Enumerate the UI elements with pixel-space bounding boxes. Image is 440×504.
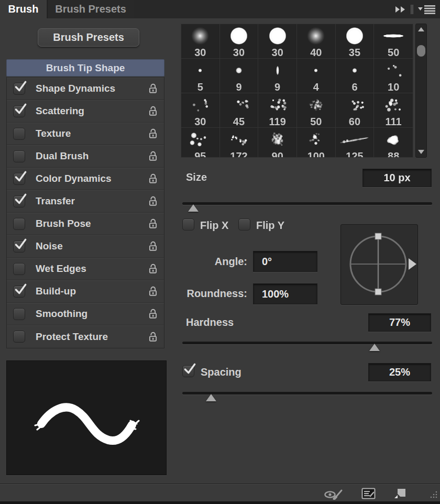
brush-preset-item[interactable]: 125 <box>336 128 375 158</box>
brush-preset-item[interactable]: 95 <box>181 128 220 158</box>
spacing-value-field[interactable]: 25% <box>368 363 431 381</box>
brush-preset-item[interactable]: 35 <box>336 24 375 59</box>
option-checkbox[interactable] <box>13 83 25 95</box>
resize-grip[interactable] <box>430 490 438 499</box>
brush-size-label: 30 <box>272 47 283 58</box>
brush-preset-item[interactable]: 119 <box>258 93 297 128</box>
option-checkbox[interactable] <box>13 173 25 185</box>
angle-label: Angle: <box>163 256 247 268</box>
brush-preset-item[interactable]: 40 <box>297 24 336 59</box>
size-slider[interactable] <box>182 202 432 205</box>
spacing-slider-thumb[interactable] <box>206 394 216 401</box>
option-row-transfer[interactable]: Transfer <box>7 190 164 213</box>
option-row-texture[interactable]: Texture <box>7 123 164 145</box>
unlocked-lock-icon[interactable] <box>148 128 158 139</box>
spacing-checkbox[interactable] <box>182 365 194 377</box>
angle-roundness-widget[interactable] <box>340 224 418 305</box>
unlocked-lock-icon[interactable] <box>148 332 158 342</box>
preset-grid-scrollbar[interactable] <box>415 24 427 158</box>
panel-tab-bar: Brush Brush Presets <box>0 0 440 18</box>
flip-y-label: Flip Y <box>256 220 284 232</box>
brush-size-label: 45 <box>233 116 245 127</box>
option-checkbox[interactable] <box>13 240 25 253</box>
option-checkbox[interactable] <box>13 150 25 162</box>
brush-preset-item[interactable]: 5 <box>181 59 220 93</box>
flip-y-checkbox[interactable] <box>238 218 250 231</box>
hardness-slider[interactable] <box>182 342 432 344</box>
unlocked-lock-icon[interactable] <box>148 286 158 297</box>
brush-preset-item[interactable]: 9 <box>220 59 259 93</box>
brush-thumbnail <box>259 59 296 82</box>
size-value-field[interactable]: 10 px <box>362 169 432 187</box>
panel-menu-icon[interactable] <box>418 5 436 14</box>
option-checkbox[interactable] <box>13 331 25 343</box>
brush-preset-item[interactable]: 30 <box>220 24 259 59</box>
unlocked-lock-icon[interactable] <box>148 264 158 274</box>
brush-preset-item[interactable]: 111 <box>374 93 413 128</box>
brush-preset-item[interactable]: 4 <box>297 59 336 93</box>
brush-tip-shape-header[interactable]: Brush Tip Shape <box>6 59 164 76</box>
hardness-slider-thumb[interactable] <box>369 344 380 351</box>
brush-preset-item[interactable]: 60 <box>336 93 375 128</box>
roundness-value-field[interactable]: 100% <box>253 283 317 304</box>
option-row-smoothing[interactable]: Smoothing <box>7 303 164 325</box>
brush-presets-button[interactable]: Brush Presets <box>38 28 139 47</box>
open-preset-manager-icon[interactable] <box>361 487 376 500</box>
option-row-dual-brush[interactable]: Dual Brush <box>7 145 164 168</box>
option-checkbox[interactable] <box>13 218 25 230</box>
brush-preset-item[interactable]: 45 <box>220 93 259 128</box>
brush-thumbnail <box>220 94 258 116</box>
brush-size-label: 111 <box>386 116 402 127</box>
scroll-down-icon[interactable] <box>416 147 426 157</box>
option-label: Build-up <box>36 286 148 297</box>
option-row-shape-dynamics[interactable]: Shape Dynamics <box>7 78 164 100</box>
option-row-noise[interactable]: Noise <box>7 235 164 258</box>
option-row-color-dynamics[interactable]: Color Dynamics <box>7 168 164 190</box>
scrollbar-thumb[interactable] <box>417 45 425 57</box>
unlocked-lock-icon[interactable] <box>148 218 158 229</box>
collapse-to-icons-icon[interactable] <box>395 6 406 13</box>
unlocked-lock-icon[interactable] <box>148 309 158 319</box>
option-checkbox[interactable] <box>13 286 25 298</box>
unlocked-lock-icon[interactable] <box>148 241 158 251</box>
brush-preset-item[interactable]: 30 <box>181 93 220 128</box>
unlocked-lock-icon[interactable] <box>148 151 158 161</box>
scroll-up-icon[interactable] <box>416 25 426 34</box>
brush-preset-item[interactable]: 172 <box>220 128 259 158</box>
unlocked-lock-icon[interactable] <box>148 196 158 206</box>
option-checkbox[interactable] <box>13 105 25 117</box>
unlocked-lock-icon[interactable] <box>148 173 158 184</box>
brush-preset-item[interactable]: 90 <box>258 128 297 158</box>
option-checkbox[interactable] <box>13 263 25 275</box>
option-checkbox[interactable] <box>13 128 25 140</box>
option-row-build-up[interactable]: Build-up <box>7 280 164 303</box>
option-checkbox[interactable] <box>13 308 25 320</box>
brush-preset-item[interactable]: 9 <box>258 59 297 93</box>
option-row-brush-pose[interactable]: Brush Pose <box>7 213 164 235</box>
brush-preset-item[interactable]: 30 <box>258 24 297 59</box>
unlocked-lock-icon[interactable] <box>148 83 158 94</box>
flip-x-checkbox[interactable] <box>182 218 194 231</box>
option-row-scattering[interactable]: Scattering <box>7 100 164 123</box>
brush-preset-item[interactable]: 50 <box>374 24 413 59</box>
tab-brush[interactable]: Brush <box>0 0 47 18</box>
brush-preset-item[interactable]: 50 <box>297 93 336 128</box>
tab-brush-presets[interactable]: Brush Presets <box>47 0 134 18</box>
angle-value-field[interactable]: 0° <box>253 251 317 272</box>
hardness-value-field[interactable]: 77% <box>368 313 431 332</box>
option-row-protect-texture[interactable]: Protect Texture <box>7 325 164 348</box>
brush-preset-item[interactable]: 88 <box>374 128 413 158</box>
create-new-brush-icon[interactable] <box>393 487 408 500</box>
option-row-wet-edges[interactable]: Wet Edges <box>7 258 164 280</box>
brush-size-label: 40 <box>310 47 322 58</box>
option-checkbox[interactable] <box>13 195 25 207</box>
size-slider-thumb[interactable] <box>188 204 199 212</box>
brush-preset-item[interactable]: 10 <box>374 59 413 93</box>
unlocked-lock-icon[interactable] <box>148 106 158 116</box>
brush-size-label: 30 <box>194 47 206 58</box>
brush-preset-item[interactable]: 30 <box>181 24 220 59</box>
spacing-slider[interactable] <box>182 392 432 395</box>
brush-preset-item[interactable]: 6 <box>336 59 375 93</box>
toggle-live-tip-preview-icon[interactable] <box>323 487 346 500</box>
brush-preset-item[interactable]: 100 <box>297 128 336 158</box>
